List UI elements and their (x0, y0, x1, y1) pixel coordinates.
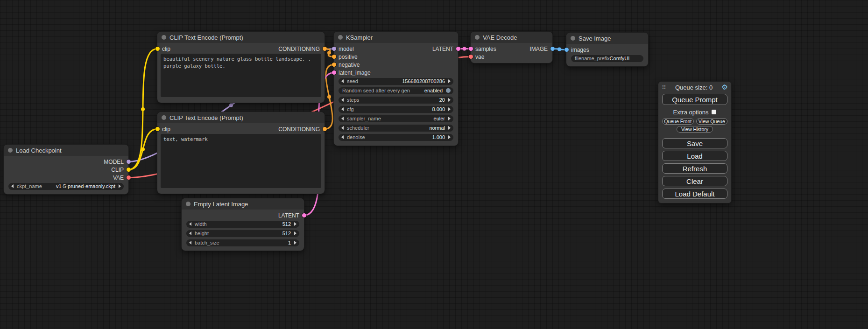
queue-front-button[interactable]: Queue Front (662, 118, 694, 125)
widget-random-seed-toggle[interactable]: Random seed after every gen enabled (339, 87, 453, 94)
node-title-bar[interactable]: Load Checkpoint (4, 145, 128, 156)
decrement-arrow-icon[interactable] (189, 222, 191, 226)
widget-denoise[interactable]: denoise 1.000 (339, 134, 453, 141)
decrement-arrow-icon[interactable] (341, 107, 344, 111)
decrement-arrow-icon[interactable] (341, 79, 344, 83)
collapse-dot-icon[interactable] (162, 35, 166, 40)
increment-arrow-icon[interactable] (448, 126, 451, 130)
wire-positive-midpoint (327, 51, 331, 55)
node-clip-text-encode-negative[interactable]: CLIP Text Encode (Prompt) clip CONDITION… (157, 112, 325, 194)
decrement-arrow-icon[interactable] (11, 184, 14, 188)
refresh-button[interactable]: Refresh (662, 163, 727, 174)
collapse-dot-icon[interactable] (571, 36, 575, 41)
node-title-bar[interactable]: Empty Latent Image (182, 198, 304, 210)
decrement-arrow-icon[interactable] (341, 98, 344, 102)
collapse-dot-icon[interactable] (475, 35, 480, 40)
node-ksampler[interactable]: KSampler model LATENT positive negative … (334, 32, 458, 146)
node-clip-text-encode-positive[interactable]: CLIP Text Encode (Prompt) clip CONDITION… (157, 32, 325, 103)
node-load-checkpoint[interactable]: Load Checkpoint MODEL CLIP VAE ckpt_name (4, 145, 128, 194)
prompt-textarea[interactable]: beautiful scenery nature glass bottle la… (161, 54, 321, 97)
increment-arrow-icon[interactable] (448, 135, 451, 139)
save-button[interactable]: Save (662, 138, 727, 148)
prompt-textarea[interactable]: text, watermark (161, 134, 321, 188)
input-slot-latent-image[interactable] (332, 70, 336, 75)
node-title-bar[interactable]: CLIP Text Encode (Prompt) (157, 32, 325, 43)
input-slot-model[interactable] (332, 47, 336, 51)
decrement-arrow-icon[interactable] (189, 241, 191, 245)
input-slot-clip[interactable] (155, 127, 160, 131)
widget-sampler-name[interactable]: sampler_name euler (339, 115, 453, 122)
toggle-dot-icon[interactable] (446, 88, 451, 93)
slot-row: negative (334, 61, 458, 69)
decrement-arrow-icon[interactable] (189, 231, 191, 235)
load-default-button[interactable]: Load Default (662, 189, 727, 199)
wire-clip-positive-midpoint (141, 107, 145, 111)
load-button[interactable]: Load (662, 151, 727, 161)
extra-options-checkbox[interactable] (712, 110, 716, 114)
output-slot-latent[interactable] (302, 213, 306, 217)
output-slot-conditioning[interactable] (323, 127, 327, 131)
input-slot-clip[interactable] (155, 47, 160, 51)
widget-batch-size[interactable]: batch_size 1 (186, 239, 299, 246)
settings-gear-icon[interactable]: ⚙ (722, 83, 728, 91)
node-title-bar[interactable]: Save Image (566, 33, 648, 44)
collapse-dot-icon[interactable] (186, 202, 191, 206)
input-slot-vae[interactable] (469, 55, 473, 59)
input-slot-samples[interactable] (469, 47, 473, 51)
queue-prompt-button[interactable]: Queue Prompt (662, 94, 727, 105)
node-empty-latent-image[interactable]: Empty Latent Image LATENT width 512 heig… (182, 198, 304, 251)
collapse-dot-icon[interactable] (8, 148, 13, 153)
output-slot-vae[interactable] (127, 175, 131, 180)
increment-arrow-icon[interactable] (294, 241, 296, 245)
widget-width[interactable]: width 512 (186, 221, 299, 228)
node-title-label: CLIP Text Encode (Prompt) (169, 34, 243, 41)
widget-scheduler[interactable]: scheduler normal (339, 125, 453, 132)
clear-button[interactable]: Clear (662, 176, 727, 186)
increment-arrow-icon[interactable] (294, 231, 296, 235)
output-slot-image[interactable] (550, 47, 555, 51)
input-slot-images[interactable] (565, 48, 569, 52)
output-slot-clip[interactable] (127, 168, 131, 172)
node-title-bar[interactable]: KSampler (334, 32, 458, 43)
slot-row: positive (334, 53, 458, 61)
wire-latent-midpoint (463, 47, 466, 51)
increment-arrow-icon[interactable] (294, 222, 296, 226)
increment-arrow-icon[interactable] (448, 98, 451, 102)
input-slot-negative[interactable] (332, 63, 336, 67)
widget-steps[interactable]: steps 20 (339, 97, 453, 104)
node-title-bar[interactable]: CLIP Text Encode (Prompt) (157, 112, 325, 123)
output-label-conditioning: CONDITIONING (278, 46, 320, 52)
decrement-arrow-icon[interactable] (341, 117, 344, 120)
decrement-arrow-icon[interactable] (341, 126, 344, 130)
widget-filename-prefix[interactable]: filename_prefix ComfyUI (571, 55, 643, 62)
widget-seed[interactable]: seed 156680208700286 (339, 78, 453, 85)
drag-handle-icon[interactable]: ⠿ (662, 84, 666, 91)
output-slot-latent[interactable] (456, 47, 460, 51)
widget-height[interactable]: height 512 (186, 230, 299, 237)
widget-ckpt-name[interactable]: ckpt_name v1-5-pruned-emaonly.ckpt (8, 183, 124, 190)
input-label-clip: clip (162, 126, 170, 133)
increment-arrow-icon[interactable] (119, 184, 121, 188)
node-graph-canvas[interactable]: Load Checkpoint MODEL CLIP VAE ckpt_name (0, 0, 868, 329)
input-slot-positive[interactable] (332, 55, 336, 59)
output-slot-model[interactable] (127, 160, 131, 164)
increment-arrow-icon[interactable] (448, 117, 451, 120)
widget-cfg[interactable]: cfg 8.000 (339, 106, 453, 113)
node-vae-decode[interactable]: VAE Decode samples IMAGE vae (471, 32, 552, 63)
input-label-samples: samples (475, 46, 496, 52)
view-queue-button[interactable]: View Queue (696, 118, 728, 125)
input-label-images: images (571, 47, 589, 53)
increment-arrow-icon[interactable] (448, 107, 451, 111)
input-label-latent-image: latent_image (339, 70, 371, 76)
input-label-clip: clip (162, 46, 170, 52)
collapse-dot-icon[interactable] (338, 35, 343, 40)
slot-row: MODEL (4, 158, 128, 166)
increment-arrow-icon[interactable] (448, 79, 451, 83)
node-title-bar[interactable]: VAE Decode (471, 32, 552, 43)
view-history-button[interactable]: View History (677, 126, 713, 133)
collapse-dot-icon[interactable] (162, 115, 166, 120)
output-slot-conditioning[interactable] (323, 47, 327, 51)
queue-menu-panel: ⠿ Queue size: 0 ⚙ Queue Prompt Extra opt… (658, 82, 731, 203)
node-save-image[interactable]: Save Image images filename_prefix ComfyU… (566, 33, 648, 66)
decrement-arrow-icon[interactable] (341, 135, 344, 139)
